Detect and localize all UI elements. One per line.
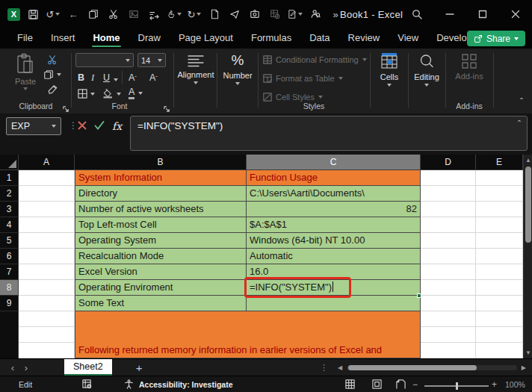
number-group-button[interactable]: % Number bbox=[220, 52, 256, 85]
page-break-view-icon[interactable] bbox=[396, 379, 406, 391]
column-d-cells[interactable] bbox=[421, 170, 476, 358]
close-button[interactable] bbox=[499, 0, 532, 28]
cancel-icon[interactable] bbox=[78, 119, 87, 133]
row-header-3[interactable]: 3 bbox=[0, 202, 19, 217]
undo-icon[interactable]: ↺ bbox=[46, 7, 61, 22]
zoom-slider-thumb[interactable] bbox=[456, 382, 458, 390]
add-sheet-button[interactable]: + bbox=[136, 361, 143, 374]
row-header-5[interactable]: 5 bbox=[0, 233, 19, 249]
enter-icon[interactable] bbox=[94, 119, 105, 133]
normal-view-icon[interactable] bbox=[345, 379, 355, 391]
bold-button[interactable]: B bbox=[78, 72, 84, 83]
sheet-tab-sheet2[interactable]: Sheet2 bbox=[64, 359, 112, 376]
column-a-cells[interactable] bbox=[19, 170, 75, 358]
formula-bar-grip[interactable]: ⋮ bbox=[69, 120, 78, 131]
cell-c9[interactable] bbox=[247, 296, 421, 311]
cell-c1[interactable]: Function Usage bbox=[247, 170, 421, 186]
alignment-group-button[interactable]: Alignment bbox=[176, 55, 215, 84]
font-dialog-launcher[interactable] bbox=[164, 102, 171, 110]
tab-draw[interactable]: Draw bbox=[130, 29, 169, 48]
tab-home[interactable]: Home bbox=[84, 29, 128, 48]
accessibility-icon[interactable] bbox=[124, 379, 134, 391]
scroll-left-icon[interactable]: ◀ bbox=[338, 364, 342, 371]
back-icon[interactable]: ← bbox=[66, 7, 81, 22]
person-search-icon[interactable] bbox=[308, 7, 323, 22]
search-icon[interactable] bbox=[400, 0, 433, 28]
scroll-down-icon[interactable]: ▼ bbox=[524, 349, 532, 356]
cell-b3[interactable]: Number of active worksheets bbox=[75, 202, 247, 217]
minimize-button[interactable] bbox=[433, 0, 466, 28]
tab-data[interactable]: Data bbox=[301, 29, 338, 48]
select-all-button[interactable] bbox=[0, 155, 19, 170]
row-header-1[interactable]: 1 bbox=[0, 170, 19, 186]
cell-b8[interactable]: Operating Enviroment bbox=[75, 280, 247, 296]
font-color-button[interactable]: A bbox=[129, 87, 143, 99]
underline-button[interactable]: U bbox=[103, 72, 110, 83]
camera-icon[interactable] bbox=[247, 7, 262, 22]
cell-c6[interactable]: Automatic bbox=[247, 249, 421, 264]
column-header-e[interactable]: E bbox=[476, 155, 523, 170]
cell-b9[interactable]: Some Text bbox=[75, 296, 247, 311]
macro-record-icon[interactable] bbox=[82, 379, 92, 391]
insert-function-icon[interactable]: fx bbox=[112, 120, 122, 132]
paste-button[interactable]: Paste bbox=[10, 53, 40, 98]
name-box[interactable]: EXP bbox=[6, 117, 61, 135]
clipboard-dialog-launcher[interactable] bbox=[63, 102, 70, 110]
cut-button[interactable] bbox=[47, 55, 58, 65]
save-icon[interactable] bbox=[25, 7, 40, 22]
touch-mode-icon[interactable] bbox=[167, 7, 182, 22]
fill-color-button[interactable] bbox=[103, 89, 121, 99]
row-header-4[interactable]: 4 bbox=[0, 217, 19, 233]
column-header-c[interactable]: C bbox=[247, 155, 421, 170]
prev-sheet-icon[interactable]: ‹ bbox=[6, 362, 19, 373]
scroll-up-icon[interactable]: ▲ bbox=[524, 157, 532, 164]
cell-c3[interactable]: 82 bbox=[247, 202, 421, 217]
grow-font-button[interactable]: Aˆ bbox=[129, 72, 137, 83]
editing-group-button[interactable]: Editing bbox=[409, 53, 444, 87]
horizontal-scrollbar-thumb[interactable] bbox=[348, 365, 477, 370]
share-button[interactable]: Share bbox=[467, 31, 525, 46]
copy-icon[interactable] bbox=[86, 7, 101, 22]
tab-insert[interactable]: Insert bbox=[43, 29, 84, 48]
font-size-combo[interactable]: 14 bbox=[137, 53, 166, 67]
next-sheet-icon[interactable]: › bbox=[19, 362, 33, 373]
cell-b4[interactable]: Top Left-most Cell bbox=[75, 217, 247, 233]
row-header-6[interactable]: 6 bbox=[0, 249, 19, 264]
column-e-cells[interactable] bbox=[476, 170, 523, 358]
column-header-a[interactable]: A bbox=[19, 155, 75, 170]
zoom-level[interactable]: 100% bbox=[505, 380, 525, 389]
formula-input[interactable]: =INFO("SYSTEM") ˆ bbox=[130, 116, 528, 151]
borders-button[interactable] bbox=[78, 89, 95, 99]
cell-c2[interactable]: C:\Users\Aarti\Documents\ bbox=[247, 186, 421, 202]
print-icon[interactable] bbox=[227, 7, 242, 22]
cell-b6[interactable]: Recalcualtion Mode bbox=[75, 249, 247, 264]
cell-c5[interactable]: Windows (64-bit) NT 10.00 bbox=[247, 233, 421, 249]
row-header-2[interactable]: 2 bbox=[0, 186, 19, 202]
collapse-formula-bar-icon[interactable]: ˆ bbox=[518, 119, 521, 130]
underline-caret-icon[interactable] bbox=[114, 78, 118, 81]
tab-review[interactable]: Review bbox=[340, 29, 389, 48]
tab-formulas[interactable]: Formulas bbox=[243, 29, 300, 48]
cells-group-button[interactable]: Cells bbox=[372, 52, 406, 87]
excel-logo-icon[interactable]: X bbox=[7, 8, 20, 21]
horizontal-scrollbar[interactable]: ◀ ▶ bbox=[338, 364, 526, 371]
collapse-ribbon-icon[interactable]: ˆ bbox=[520, 97, 523, 108]
tab-file[interactable]: File bbox=[9, 29, 41, 48]
cell-b7[interactable]: Excel Version bbox=[75, 264, 247, 280]
shrink-font-button[interactable]: Aˇ bbox=[149, 72, 158, 83]
cell-b1[interactable]: System Information bbox=[75, 170, 247, 186]
page-layout-view-icon[interactable] bbox=[372, 379, 382, 391]
vertical-scrollbar[interactable]: ▲ ▼ bbox=[523, 155, 532, 358]
find-replace-icon[interactable] bbox=[146, 7, 161, 22]
redo-icon[interactable]: ↻ bbox=[187, 7, 202, 22]
scroll-right-icon[interactable]: ▶ bbox=[522, 364, 526, 371]
zoom-in-button[interactable]: + bbox=[492, 379, 497, 390]
cut-icon[interactable] bbox=[106, 7, 121, 22]
row-header-7[interactable]: 7 bbox=[0, 264, 19, 280]
column-header-b[interactable]: B bbox=[75, 155, 247, 170]
banner-merged-cell[interactable]: Following returned memory information in… bbox=[75, 311, 421, 358]
copy-button[interactable] bbox=[43, 69, 61, 80]
italic-button[interactable]: I bbox=[91, 72, 94, 84]
new-file-icon[interactable] bbox=[207, 7, 222, 22]
vertical-scrollbar-thumb[interactable] bbox=[525, 167, 531, 243]
